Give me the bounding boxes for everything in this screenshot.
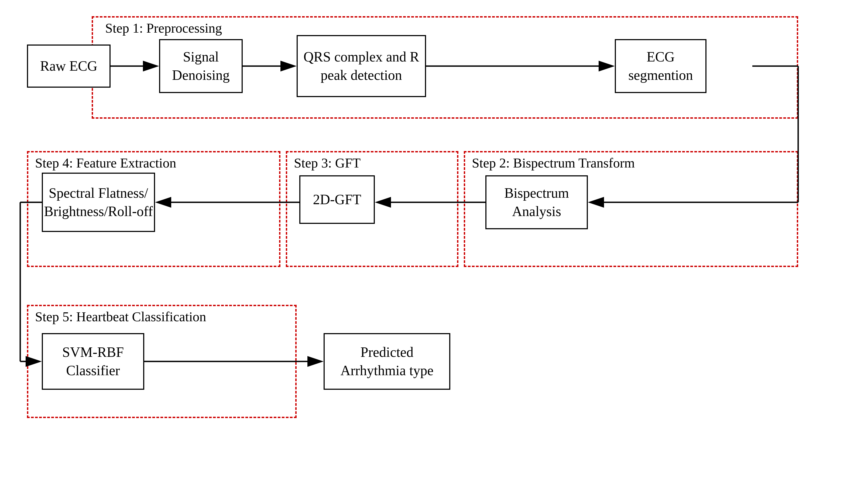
step5-label: Step 5: Heartbeat Classification [35, 309, 206, 325]
2d-gft-label: 2D-GFT [313, 190, 361, 209]
qrs-complex-box: QRS complex and Rpeak detection [297, 35, 426, 97]
predicted-arrhythmia-label: PredictedArrhythmia type [340, 343, 433, 380]
2d-gft-box: 2D-GFT [299, 175, 375, 224]
svm-rbf-label: SVM-RBFClassifier [62, 343, 124, 380]
raw-ecg-label: Raw ECG [40, 57, 97, 75]
bispectrum-analysis-label: BispectrumAnalysis [504, 184, 569, 220]
raw-ecg-box: Raw ECG [27, 44, 111, 88]
signal-denoising-box: SignalDenoising [159, 39, 243, 93]
ecg-segmentation-box: ECGsegmention [615, 39, 707, 93]
bispectrum-analysis-box: BispectrumAnalysis [485, 175, 588, 229]
qrs-complex-label: QRS complex and Rpeak detection [304, 48, 419, 84]
ecg-segmentation-label: ECGsegmention [628, 48, 693, 84]
svm-rbf-box: SVM-RBFClassifier [42, 333, 144, 390]
step3-label: Step 3: GFT [294, 155, 361, 171]
spectral-flatness-box: Spectral Flatness/Brightness/Roll-off [42, 173, 155, 232]
step2-label: Step 2: Bispectrum Transform [472, 155, 635, 171]
spectral-flatness-label: Spectral Flatness/Brightness/Roll-off [44, 184, 153, 220]
predicted-arrhythmia-box: PredictedArrhythmia type [323, 333, 450, 390]
signal-denoising-label: SignalDenoising [172, 48, 230, 84]
step1-label: Step 1: Preprocessing [105, 20, 222, 36]
diagram-container: Step 1: Preprocessing Step 2: Bispectrum… [0, 0, 868, 482]
step4-label: Step 4: Feature Extraction [35, 155, 176, 171]
